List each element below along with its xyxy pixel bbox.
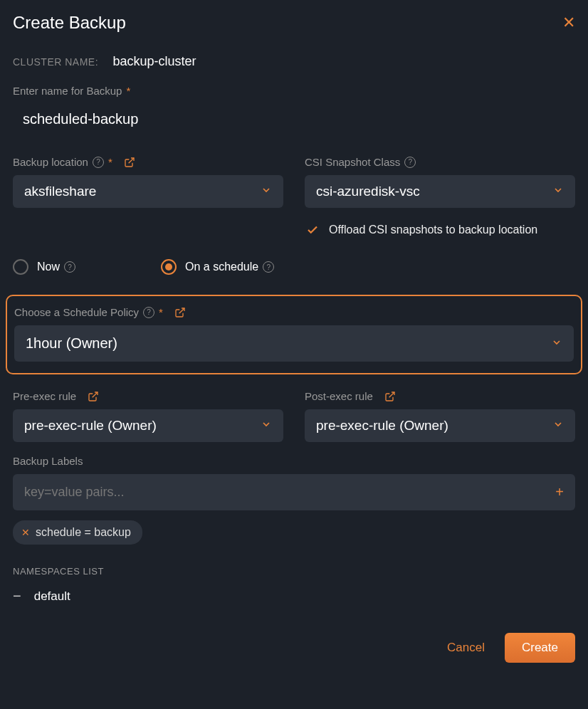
cancel-button[interactable]: Cancel — [447, 641, 485, 655]
radio-indicator — [161, 259, 177, 275]
chevron-down-icon — [552, 184, 564, 199]
backup-name-input[interactable] — [13, 104, 575, 135]
csi-snapshot-select[interactable]: csi-azuredisk-vsc — [305, 175, 575, 208]
labels-placeholder: key=value pairs... — [24, 485, 125, 500]
namespaces-list-label: NAMESPACES LIST — [13, 566, 575, 577]
backup-name-label: Enter name for Backup — [13, 85, 122, 97]
svg-line-1 — [179, 308, 184, 313]
radio-schedule-label: On a schedule — [185, 261, 258, 273]
csi-snapshot-value: csi-azuredisk-vsc — [316, 184, 420, 199]
labels-input[interactable]: key=value pairs... + — [13, 474, 575, 510]
close-icon[interactable]: ✕ — [562, 14, 575, 32]
radio-now[interactable]: Now ? — [13, 259, 75, 275]
backup-location-select[interactable]: aksfileshare — [13, 175, 283, 208]
chevron-down-icon — [261, 418, 272, 434]
namespace-item[interactable]: − default — [13, 588, 575, 604]
required-asterisk: * — [126, 85, 130, 97]
help-icon[interactable]: ? — [93, 157, 104, 168]
namespace-name: default — [34, 589, 70, 604]
help-icon[interactable]: ? — [143, 307, 154, 318]
schedule-policy-value: 1hour (Owner) — [26, 335, 117, 352]
backup-location-value: aksfileshare — [24, 184, 96, 199]
post-exec-label: Post-exec rule — [305, 390, 373, 402]
external-link-icon[interactable] — [174, 307, 186, 318]
radio-now-label: Now — [37, 261, 60, 273]
label-tag: ✕ schedule = backup — [13, 520, 142, 545]
plus-icon[interactable]: + — [555, 484, 564, 500]
svg-line-3 — [389, 392, 394, 397]
schedule-policy-label: Choose a Schedule Policy — [14, 306, 139, 318]
offload-label: Offload CSI snapshots to backup location — [329, 224, 537, 236]
backup-location-label: Backup location — [13, 156, 88, 168]
create-button[interactable]: Create — [505, 633, 575, 663]
chevron-down-icon — [261, 184, 272, 199]
remove-tag-icon[interactable]: ✕ — [21, 527, 30, 538]
required-asterisk: * — [159, 306, 163, 318]
svg-line-2 — [93, 392, 98, 397]
radio-indicator — [13, 259, 28, 275]
cluster-name-value: backup-cluster — [113, 54, 196, 68]
offload-checkbox[interactable] — [305, 222, 320, 238]
backup-labels-label: Backup Labels — [13, 455, 83, 467]
pre-exec-label: Pre-exec rule — [13, 390, 76, 402]
chevron-down-icon — [551, 335, 562, 352]
schedule-policy-select[interactable]: 1hour (Owner) — [14, 325, 574, 362]
pre-exec-value: pre-exec-rule (Owner) — [24, 418, 157, 434]
svg-line-0 — [128, 158, 133, 163]
external-link-icon[interactable] — [384, 391, 396, 402]
radio-schedule[interactable]: On a schedule ? — [161, 259, 274, 275]
chevron-down-icon — [552, 418, 564, 434]
cluster-name-label: CLUSTER NAME: — [13, 56, 98, 68]
external-link-icon[interactable] — [88, 391, 99, 402]
csi-snapshot-label: CSI Snapshot Class — [305, 156, 400, 168]
required-asterisk: * — [108, 156, 112, 168]
external-link-icon[interactable] — [124, 157, 135, 168]
help-icon[interactable]: ? — [263, 261, 274, 273]
minus-icon[interactable]: − — [13, 588, 21, 604]
post-exec-value: pre-exec-rule (Owner) — [316, 418, 448, 434]
tag-text: schedule = backup — [36, 526, 131, 539]
pre-exec-select[interactable]: pre-exec-rule (Owner) — [13, 409, 283, 442]
help-icon[interactable]: ? — [404, 157, 416, 168]
post-exec-select[interactable]: pre-exec-rule (Owner) — [305, 409, 575, 442]
modal-title: Create Backup — [13, 13, 126, 33]
help-icon[interactable]: ? — [64, 261, 75, 273]
